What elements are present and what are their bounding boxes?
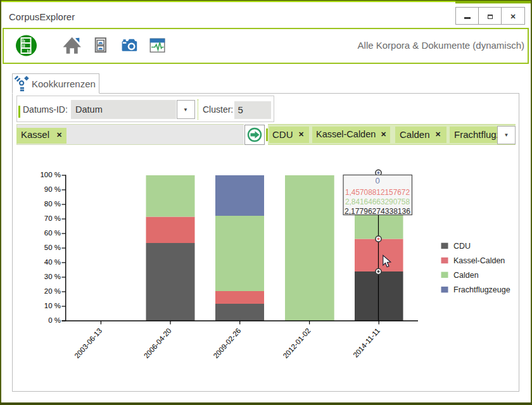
svg-text:2003-06-13: 2003-06-13: [73, 327, 103, 359]
svg-text:80 %: 80 %: [44, 200, 61, 208]
svg-text:0 %: 0 %: [48, 316, 61, 324]
svg-text:Kassel-Calden: Kassel-Calden: [453, 256, 505, 265]
svg-text:2,84164663290758: 2,84164663290758: [345, 197, 410, 206]
svg-text:1,45708812157672: 1,45708812157672: [345, 187, 410, 197]
svg-text:20 %: 20 %: [44, 287, 61, 295]
svg-text:2009-02-26: 2009-02-26: [212, 327, 243, 359]
svg-text:2006-04-20: 2006-04-20: [142, 327, 173, 359]
svg-text:0: 0: [375, 176, 379, 185]
svg-text:50 %: 50 %: [44, 244, 61, 251]
svg-text:2014-11-11: 2014-11-11: [352, 327, 381, 359]
svg-text:2012-01-02: 2012-01-02: [281, 327, 312, 359]
svg-text:40 %: 40 %: [44, 258, 61, 266]
svg-text:Calden: Calden: [453, 271, 479, 280]
svg-text:70 %: 70 %: [44, 215, 61, 222]
svg-text:Frachtflugzeuge: Frachtflugzeuge: [453, 285, 510, 294]
svg-text:90 %: 90 %: [44, 185, 61, 193]
svg-text:60 %: 60 %: [44, 229, 61, 237]
svg-text:30 %: 30 %: [44, 273, 61, 280]
svg-text:CDU: CDU: [453, 242, 471, 251]
svg-text:2,17796274338136: 2,17796274338136: [345, 206, 410, 216]
svg-text:10 %: 10 %: [44, 302, 61, 309]
svg-text:100 %: 100 %: [40, 171, 61, 178]
